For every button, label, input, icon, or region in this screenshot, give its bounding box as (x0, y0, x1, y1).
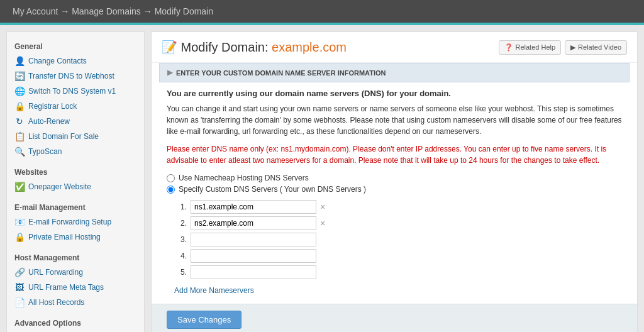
title-icon: 📝 (162, 40, 181, 54)
typoscan-icon: 🔍 (14, 147, 25, 157)
video-icon: ▶ (570, 43, 575, 52)
sidebar-item-label-url-frame: URL Frame Meta Tags (28, 283, 104, 292)
sidebar-item-label-host-records: All Host Records (28, 298, 84, 307)
sidebar-item-onepager[interactable]: ✅Onepager Website (7, 179, 144, 194)
sidebar-item-registrar-lock[interactable]: 🔒Registrar Lock (7, 99, 144, 114)
url-frame-icon: 🖼 (14, 282, 25, 292)
radio-custom-option: Specify Custom DNS Servers ( Your own DN… (167, 185, 622, 194)
host-records-icon: 📄 (14, 297, 25, 307)
dns-inputs: 1.×2.×3.4.5. (174, 200, 622, 279)
registrar-lock-icon: 🔒 (14, 101, 25, 111)
dns-input-4[interactable] (191, 249, 316, 263)
dns-row-1: 1.× (174, 200, 622, 214)
dns-input-5[interactable] (191, 265, 316, 279)
dns-row-2: 2.× (174, 216, 622, 230)
sidebar-item-label-registrar-lock: Registrar Lock (28, 102, 77, 111)
dns-clear-1[interactable]: × (320, 202, 325, 212)
sidebar-item-label-typoscan: TypoScan (28, 147, 62, 156)
list-domain-icon: 📋 (14, 131, 25, 141)
dns-input-3[interactable] (191, 233, 316, 246)
email-forwarding-icon: 📧 (14, 217, 25, 227)
dns-num-2: 2. (174, 219, 187, 228)
page-title: 📝 Modify Domain: example.com (162, 40, 347, 55)
transfer-dns-icon: 🔄 (14, 71, 25, 81)
save-area: Save Changes (152, 304, 637, 332)
dns-num-3: 3. (174, 235, 187, 244)
auto-renew-icon: ↻ (14, 116, 25, 126)
info-bold-text: You are currently using our domain name … (167, 89, 622, 98)
sidebar-section-e-mail-management: E-mail Management (7, 199, 144, 214)
sidebar-item-email-forwarding[interactable]: 📧E-mail Forwarding Setup (7, 214, 144, 230)
sidebar-item-typoscan[interactable]: 🔍TypoScan (7, 144, 144, 159)
radio-namecheap-label: Use Namecheap Hosting DNS Servers (179, 174, 309, 182)
sidebar-item-url-frame[interactable]: 🖼URL Frame Meta Tags (7, 280, 144, 295)
section-bar: ▶ ENTER YOUR CUSTOM DOMAIN NAME SERVER I… (159, 63, 630, 82)
section-arrow-icon: ▶ (167, 69, 172, 77)
help-buttons: ❓ Related Help ▶ Related Video (499, 40, 628, 55)
sidebar-item-label-email-forwarding: E-mail Forwarding Setup (28, 218, 111, 226)
sidebar-item-label-onepager: Onepager Website (28, 182, 91, 191)
main-layout: General👤Change Contacts🔄Transfer DNS to … (6, 31, 638, 332)
radio-namecheap[interactable] (167, 174, 175, 182)
sidebar-item-url-forwarding[interactable]: 🔗URL Forwarding (7, 265, 144, 280)
save-changes-button[interactable]: Save Changes (167, 311, 242, 329)
sidebar-item-label-change-contacts: Change Contacts (28, 57, 87, 65)
related-video-button[interactable]: ▶ Related Video (565, 40, 627, 55)
dns-input-1[interactable] (191, 200, 316, 214)
info-warning: Please enter DNS name only (ex: ns1.mydo… (167, 143, 622, 166)
help-icon: ❓ (504, 43, 513, 52)
sidebar-item-label-switch-dns: Switch To DNS System v1 (28, 87, 116, 96)
sidebar-item-label-transfer-dns: Transfer DNS to Webhost (28, 72, 114, 80)
dns-num-5: 5. (174, 268, 187, 277)
content-header: 📝 Modify Domain: example.com ❓ Related H… (152, 32, 637, 63)
sidebar-section-websites: Websites (7, 164, 144, 179)
sidebar-item-transfer-dns[interactable]: 🔄Transfer DNS to Webhost (7, 69, 144, 84)
add-more-nameservers-link[interactable]: Add More Nameservers (174, 286, 254, 295)
sidebar-item-host-records[interactable]: 📄All Host Records (7, 295, 144, 310)
dns-num-4: 4. (174, 252, 187, 260)
accent-line (0, 23, 644, 25)
sidebar-item-auto-renew[interactable]: ↻Auto-Renew (7, 114, 144, 129)
domain-name: example.com (272, 40, 347, 54)
sidebar: General👤Change Contacts🔄Transfer DNS to … (6, 31, 145, 332)
radio-namecheap-option: Use Namecheap Hosting DNS Servers (167, 174, 622, 182)
sidebar-item-list-domain[interactable]: 📋List Domain For Sale (7, 129, 144, 144)
onepager-icon: ✅ (14, 182, 25, 192)
dns-row-3: 3. (174, 233, 622, 246)
sidebar-item-private-email[interactable]: 🔒Private Email Hosting (7, 230, 144, 245)
change-contacts-icon: 👤 (14, 56, 25, 66)
info-box: You are currently using our domain name … (167, 89, 622, 166)
switch-dns-icon: 🌐 (14, 86, 25, 96)
dns-input-2[interactable] (191, 216, 316, 230)
url-forwarding-icon: 🔗 (14, 267, 25, 277)
sidebar-item-label-private-email: Private Email Hosting (28, 233, 101, 241)
radio-group: Use Namecheap Hosting DNS Servers Specif… (167, 174, 622, 194)
sidebar-section-advanced-options: Advanced Options (7, 315, 144, 330)
sidebar-section-general: General (7, 38, 144, 53)
breadcrumb: My Account → Manage Domains → Modify Dom… (0, 0, 644, 23)
private-email-icon: 🔒 (14, 232, 25, 242)
info-text: You can change it and start using your o… (167, 103, 622, 137)
radio-custom[interactable] (167, 185, 175, 194)
sidebar-section-host-management: Host Management (7, 250, 144, 265)
dns-row-4: 4. (174, 249, 622, 263)
sidebar-item-change-contacts[interactable]: 👤Change Contacts (7, 53, 144, 69)
sidebar-item-label-list-domain: List Domain For Sale (28, 132, 99, 141)
dns-row-5: 5. (174, 265, 622, 279)
sidebar-item-switch-dns[interactable]: 🌐Switch To DNS System v1 (7, 84, 144, 99)
sidebar-item-label-url-forwarding: URL Forwarding (28, 268, 83, 277)
add-more-link: Add More Nameservers (174, 285, 622, 295)
radio-custom-label: Specify Custom DNS Servers ( Your own DN… (179, 185, 366, 194)
dns-num-1: 1. (174, 202, 187, 211)
content-area: 📝 Modify Domain: example.com ❓ Related H… (151, 31, 638, 332)
sidebar-item-label-auto-renew: Auto-Renew (28, 117, 70, 126)
dns-clear-2[interactable]: × (320, 218, 325, 228)
related-help-button[interactable]: ❓ Related Help (499, 40, 562, 55)
